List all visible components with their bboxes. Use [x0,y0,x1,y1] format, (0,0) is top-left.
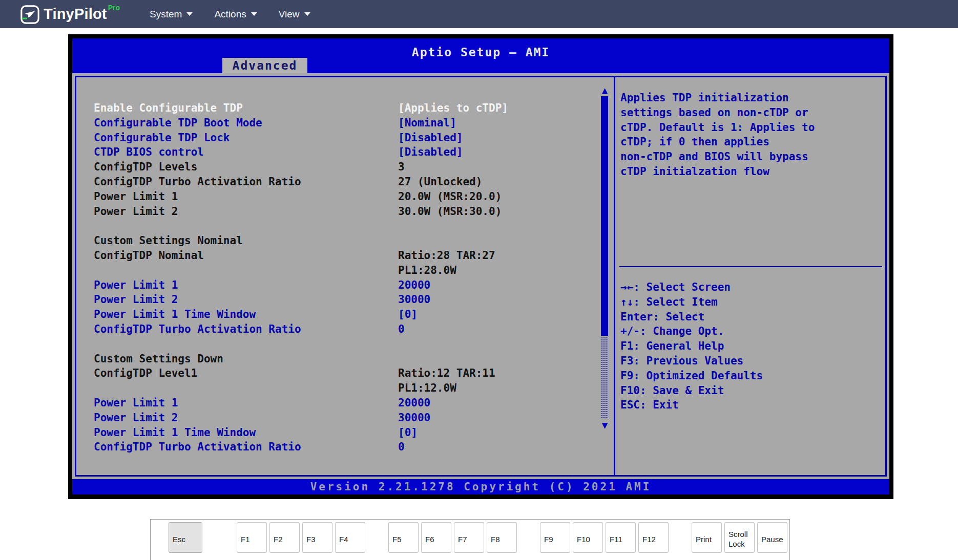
keyboard-key-group: F5F6F7F8 [388,522,517,553]
bios-setting-row[interactable]: Power Limit 1 Time Window[0] [76,307,609,322]
bios-setting-label: Custom Settings Nominal [94,233,243,248]
nav-menus: System Actions View [150,9,310,20]
chevron-down-icon [251,12,257,16]
key-f5[interactable]: F5 [388,522,419,553]
scroll-down-icon[interactable]: ▼ [600,421,609,430]
scroll-up-icon[interactable]: ▲ [600,86,609,95]
bios-setting-row[interactable]: PL1:28.0W [76,263,609,278]
key-pause[interactable]: Pause [757,522,787,553]
pro-badge: Pro [108,4,120,12]
bios-title: Aptio Setup – AMI [72,38,889,59]
key-f7[interactable]: F7 [454,522,484,553]
bios-setting-label: ConfigTDP Turbo Activation Ratio [94,322,301,337]
bios-setting-row[interactable]: Configurable TDP Lock[Disabled] [76,131,609,145]
bios-setting-row[interactable]: Power Limit 1 Time Window[0] [76,425,609,440]
bios-setting-row[interactable]: Custom Settings Nominal [76,233,609,248]
bios-setting-label: Power Limit 1 [94,396,178,411]
bios-setting-value: 20.0W (MSR:20.0) [398,189,502,204]
legend-line: ESC: Exit [620,398,884,413]
bios-key-legend: →←: Select Screen↑↓: Select ItemEnter: S… [620,280,884,413]
bios-setting-label: ConfigTDP Turbo Activation Ratio [94,440,301,455]
key-print[interactable]: Print [692,522,722,553]
legend-line: F1: General Help [620,339,884,354]
bios-row-spacer [76,219,609,233]
legend-line: +/-: Change Opt. [620,324,884,339]
virtual-keyboard: EscF1F2F3F4F5F6F7F8F9F10F11F12PrintScrol… [150,519,790,560]
bios-setting-label: Power Limit 2 [94,292,178,307]
keyboard-key-group: F9F10F11F12 [540,522,669,553]
bios-setting-value: Ratio:28 TAR:27 [398,248,495,263]
key-scroll-lock[interactable]: Scroll Lock [724,522,755,553]
tinypilot-logo[interactable]: TinyPilot Pro [20,5,120,24]
bios-setting-row[interactable]: Custom Settings Down [76,352,609,367]
key-f1[interactable]: F1 [237,522,267,553]
bios-setting-row[interactable]: Power Limit 120000 [76,278,609,293]
bios-setting-label: CTDP BIOS control [94,145,204,160]
bios-setting-row[interactable]: Configurable TDP Boot Mode[Nominal] [76,116,609,131]
legend-line: F9: Optimized Defaults [620,369,884,383]
bios-setting-value: 30000 [398,292,430,307]
bios-version-bar: Version 2.21.1278 Copyright (C) 2021 AMI [72,479,889,494]
bios-setting-value: PL1:12.0W [398,381,456,396]
legend-line: F3: Previous Values [620,354,884,369]
key-f3[interactable]: F3 [302,522,332,553]
bios-setting-label: ConfigTDP Nominal [94,248,204,263]
bios-setting-row[interactable]: Power Limit 230.0W (MSR:30.0) [76,204,609,219]
bios-setting-value: [Nominal] [398,116,456,131]
keyboard-key-group: Esc [169,522,202,553]
key-f11[interactable]: F11 [606,522,636,553]
bios-setting-row[interactable]: CTDP BIOS control[Disabled] [76,145,609,160]
bios-setting-row[interactable]: ConfigTDP Levels3 [76,160,609,175]
bios-scrollbar[interactable]: ▲ ▼ [600,86,609,430]
bios-setting-value: [Applies to cTDP] [398,101,508,116]
bios-content: Enable Configurable TDP[Applies to cTDP]… [72,73,889,479]
key-f2[interactable]: F2 [269,522,300,553]
bios-setting-row[interactable]: Power Limit 120000 [76,396,609,411]
bios-setting-row[interactable]: Power Limit 120.0W (MSR:20.0) [76,189,609,204]
key-esc[interactable]: Esc [169,522,202,553]
help-line: cTDP; if 0 then applies [620,135,883,149]
key-f12[interactable]: F12 [638,522,669,553]
bios-setting-label: ConfigTDP Level1 [94,366,197,381]
key-f9[interactable]: F9 [540,522,570,553]
bios-setting-value: 0 [398,322,405,337]
bios-setting-value: [Disabled] [398,145,463,160]
bios-help-pane: Applies TDP initializationsettings based… [615,77,885,475]
bios-setting-row[interactable]: ConfigTDP NominalRatio:28 TAR:27 [76,248,609,263]
bios-setting-row[interactable]: Enable Configurable TDP[Applies to cTDP] [76,101,609,116]
keyboard-key-group: F1F2F3F4 [237,522,365,553]
bios-setting-row[interactable]: Power Limit 230000 [76,411,609,425]
bios-setting-row[interactable]: PL1:12.0W [76,381,609,396]
bios-setting-label: Configurable TDP Lock [94,131,230,145]
key-f8[interactable]: F8 [487,522,517,553]
bios-setting-row[interactable]: ConfigTDP Turbo Activation Ratio0 [76,440,609,455]
tab-advanced[interactable]: Advanced [222,58,307,73]
bios-setting-row[interactable]: ConfigTDP Turbo Activation Ratio27 (Unlo… [76,175,609,189]
bios-setting-value: 0 [398,440,405,455]
remote-screen-bios[interactable]: Aptio Setup – AMI Advanced Enable Config… [68,34,893,499]
help-line: Applies TDP initialization [620,91,883,105]
top-navbar: TinyPilot Pro System Actions View [0,0,958,28]
bios-help-text: Applies TDP initializationsettings based… [620,91,883,179]
bios-setting-value: 27 (Unlocked) [398,175,482,189]
bios-setting-label: ConfigTDP Levels [94,160,197,175]
legend-line: F10: Save & Exit [620,383,884,398]
key-f4[interactable]: F4 [335,522,365,553]
key-f10[interactable]: F10 [573,522,603,553]
scrollbar-track[interactable] [601,337,608,419]
bios-setting-row[interactable]: Power Limit 230000 [76,292,609,307]
bios-setting-value: 30000 [398,411,430,425]
bios-setting-value: PL1:28.0W [398,263,456,278]
menu-actions[interactable]: Actions [214,9,257,20]
scrollbar-thumb[interactable] [601,96,608,336]
bios-setting-row[interactable]: ConfigTDP Turbo Activation Ratio0 [76,322,609,337]
menu-system[interactable]: System [150,9,193,20]
bios-setting-row[interactable]: ConfigTDP Level1Ratio:12 TAR:11 [76,366,609,381]
bios-setting-value: 20000 [398,396,430,411]
legend-line: ↑↓: Select Item [620,295,884,310]
bios-setting-label: Configurable TDP Boot Mode [94,116,262,131]
bios-setting-value: [Disabled] [398,131,463,145]
menu-view[interactable]: View [279,9,310,20]
help-line: cTDP. Default is 1: Applies to [620,120,883,135]
key-f6[interactable]: F6 [421,522,451,553]
